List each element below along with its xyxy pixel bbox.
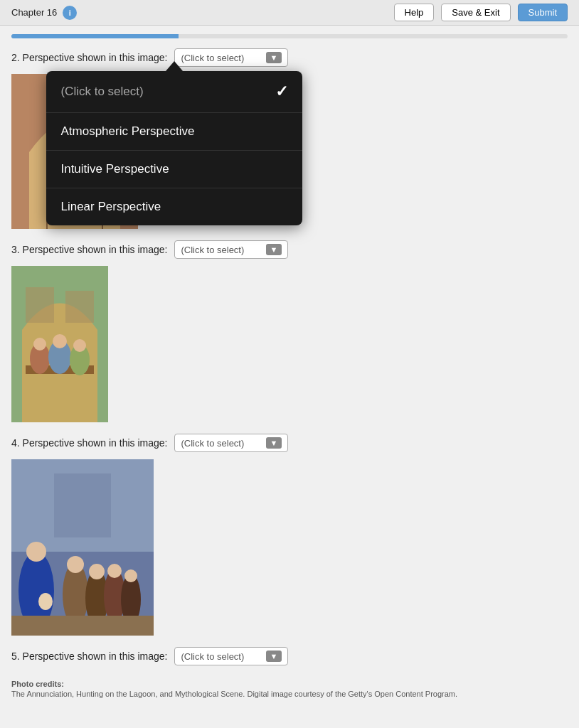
question-4-select-value: (Click to select) — [181, 438, 244, 449]
content-area: 2. Perspective shown in this image: (Cli… — [0, 26, 579, 707]
chapter-label: Chapter 16 — [11, 7, 57, 18]
photo-credits-text: The Annunciation, Hunting on the Lagoon,… — [11, 690, 568, 698]
top-bar-right: Help Save & Exit Submit — [394, 4, 568, 21]
question-5-select-wrapper: (Click to select) ▼ — [174, 647, 288, 665]
question-3-select-value: (Click to select) — [181, 245, 244, 255]
image-3-box — [11, 266, 568, 422]
question-3-arrow-icon: ▼ — [266, 244, 282, 255]
svg-point-31 — [107, 564, 122, 578]
chapter-badge: i — [63, 6, 77, 20]
image-3 — [11, 266, 108, 422]
svg-point-15 — [53, 334, 67, 348]
svg-point-33 — [124, 569, 137, 582]
image-4 — [11, 459, 154, 636]
checkmark-icon: ✓ — [275, 82, 288, 101]
top-bar-left: Chapter 16 i — [11, 6, 77, 20]
question-2-row: 2. Perspective shown in this image: (Cli… — [11, 48, 568, 67]
question-5-arrow-icon: ▼ — [266, 651, 282, 662]
option-placeholder-label: (Click to select) — [60, 85, 143, 99]
dropdown-option-intuitive[interactable]: Intuitive Perspective — [46, 151, 302, 188]
svg-rect-22 — [54, 473, 111, 537]
progress-bar-fill — [11, 34, 179, 38]
dropdown-menu: (Click to select) ✓ Atmospheric Perspect… — [46, 71, 302, 225]
photo-credits-label: Photo credits: — [11, 680, 568, 688]
question-4-row: 4. Perspective shown in this image: (Cli… — [11, 434, 568, 452]
question-5-select-value: (Click to select) — [181, 651, 244, 662]
question-2-label: 2. Perspective shown in this image: — [11, 52, 167, 63]
progress-bar-area — [11, 34, 568, 38]
question-4-select[interactable]: (Click to select) ▼ — [174, 434, 288, 452]
question-5-label: 5. Perspective shown in this image: — [11, 651, 167, 662]
dropdown-option-atmospheric[interactable]: Atmospheric Perspective — [46, 113, 302, 151]
svg-rect-34 — [11, 616, 154, 636]
top-bar: Chapter 16 i Help Save & Exit Submit — [0, 0, 579, 26]
image-4-svg — [11, 459, 154, 636]
question-3-row: 3. Perspective shown in this image: (Cli… — [11, 240, 568, 259]
question-3-select[interactable]: (Click to select) ▼ — [174, 240, 288, 259]
svg-point-27 — [67, 556, 84, 573]
option-linear-label: Linear Perspective — [60, 200, 161, 214]
question-4-select-wrapper: (Click to select) ▼ — [174, 434, 288, 452]
question-4-label: 4. Perspective shown in this image: — [11, 437, 167, 449]
svg-point-17 — [73, 339, 86, 352]
dropdown-arrow-up — [166, 61, 183, 71]
dropdown-option-placeholder[interactable]: (Click to select) ✓ — [46, 71, 302, 113]
question-4-arrow-icon: ▼ — [266, 437, 282, 449]
image-4-box — [11, 459, 568, 636]
image-3-svg — [11, 266, 108, 422]
dropdown-option-linear[interactable]: Linear Perspective — [46, 188, 302, 225]
svg-point-13 — [33, 338, 46, 350]
question-2-dropdown-container: (Click to select) ▼ (Click to select) ✓ … — [174, 48, 288, 67]
question-3-select-wrapper: (Click to select) ▼ — [174, 240, 288, 259]
svg-point-25 — [38, 593, 53, 610]
svg-rect-18 — [26, 287, 54, 323]
question-2-select-value: (Click to select) — [181, 53, 244, 63]
question-3-label: 3. Perspective shown in this image: — [11, 244, 167, 255]
svg-point-29 — [89, 564, 105, 579]
submit-button[interactable]: Submit — [518, 4, 568, 21]
help-button[interactable]: Help — [394, 4, 435, 21]
option-intuitive-label: Intuitive Perspective — [60, 162, 169, 176]
question-5-row: 5. Perspective shown in this image: (Cli… — [11, 647, 568, 665]
question-2-arrow-icon: ▼ — [266, 52, 282, 63]
photo-credits: Photo credits: The Annunciation, Hunting… — [11, 680, 568, 698]
svg-rect-19 — [65, 291, 94, 323]
question-2-select[interactable]: (Click to select) ▼ — [174, 48, 288, 67]
svg-point-24 — [26, 542, 46, 562]
option-atmospheric-label: Atmospheric Perspective — [60, 124, 194, 139]
save-exit-button[interactable]: Save & Exit — [441, 4, 510, 21]
question-5-select[interactable]: (Click to select) ▼ — [174, 647, 288, 665]
